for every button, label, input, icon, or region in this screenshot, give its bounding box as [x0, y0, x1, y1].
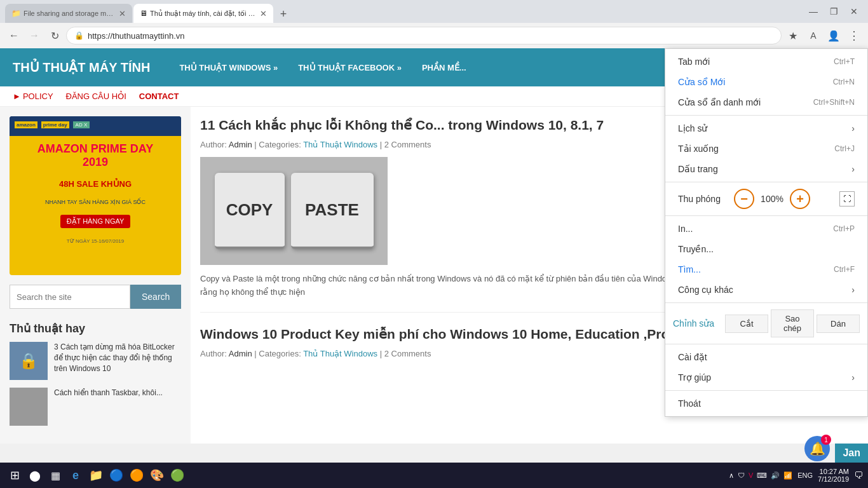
- ctx-chinh-sua-label[interactable]: Chỉnh sửa: [673, 318, 717, 329]
- ctx-dau-trang[interactable]: Dấu trang ›: [665, 159, 867, 179]
- zoom-out-button[interactable]: −: [734, 189, 754, 209]
- minimize-button[interactable]: —: [804, 3, 822, 20]
- window-controls: — ❐ ✕: [804, 3, 863, 20]
- ctx-incognito-label: Cửa sổ ẩn danh mới: [678, 97, 761, 107]
- tray-flag[interactable]: V: [749, 471, 753, 479]
- ctx-tai-xuong[interactable]: Tải xuống Ctrl+J: [665, 139, 867, 159]
- tab-1-title: File sharing and storage made si...: [24, 10, 115, 17]
- subnav-dangcauhoi[interactable]: ĐĂNG CÂU HỎI: [66, 92, 126, 101]
- profile-button[interactable]: 👤: [825, 27, 843, 44]
- ctx-cong-cu-khac[interactable]: Công cụ khác ›: [665, 280, 867, 300]
- address-bar[interactable]: 🔒 https://thuthuatmayttinh.vn: [66, 27, 782, 44]
- article-2-category[interactable]: Thủ Thuật Windows: [303, 349, 377, 358]
- context-menu: Tab mới Ctrl+T Cửa sổ Mới Ctrl+N Cửa sổ …: [665, 48, 868, 417]
- browser-toolbar: ← → ↻ 🔒 https://thuthuatmayttinh.vn ★ A …: [0, 23, 868, 48]
- taskbar-clock: 10:27 AM 7/12/2019: [818, 468, 849, 483]
- search-input[interactable]: [10, 285, 130, 309]
- taskbar-task-view[interactable]: ▦: [46, 466, 65, 485]
- subnav-policy[interactable]: ► POLICY: [13, 92, 53, 101]
- sidebar-post-2-title[interactable]: Cách hiển thanh Taskbar, khôi...: [54, 388, 163, 426]
- bookmark-star-button[interactable]: ★: [784, 27, 802, 44]
- taskbar-edge-icon[interactable]: e: [66, 466, 85, 485]
- tab-2[interactable]: 🖥 Thủ thuật máy tính, cài đặt, tối u... …: [133, 4, 273, 23]
- tray-virus[interactable]: 🛡: [738, 471, 745, 479]
- tab-bar: 📁 File sharing and storage made si... ✕ …: [5, 0, 804, 23]
- taskbar-notification-center[interactable]: 🗨: [854, 470, 863, 480]
- ctx-truyen[interactable]: Truyền...: [665, 239, 867, 259]
- nav-windows[interactable]: THỦ THUẬT WINDOWS »: [169, 48, 288, 86]
- new-tab-button[interactable]: +: [275, 5, 292, 23]
- taskbar-explorer-icon[interactable]: 📁: [86, 466, 105, 485]
- more-menu-button[interactable]: ⋮: [845, 27, 863, 44]
- reload-button[interactable]: ↻: [46, 27, 64, 44]
- ctx-lich-su-arrow: ›: [851, 123, 855, 133]
- ctx-sao-chep-button[interactable]: Sao chép: [771, 309, 814, 337]
- ctx-tro-giup-arrow: ›: [851, 372, 855, 383]
- ctx-cat-button[interactable]: Cắt: [725, 315, 768, 333]
- article-1-comments[interactable]: 2 Comments: [384, 140, 431, 149]
- chrome-labs-button[interactable]: A: [804, 27, 822, 44]
- nav-facebook[interactable]: THỦ THUẬT FACEBOOK »: [288, 48, 412, 86]
- ctx-tai-xuong-label: Tải xuống: [678, 144, 719, 154]
- start-button[interactable]: ⊞: [5, 466, 24, 485]
- taskbar-icon-8[interactable]: 🟢: [168, 466, 187, 485]
- ctx-zoom-label: Thu phóng: [678, 194, 729, 204]
- taskbar-search[interactable]: ⬤: [25, 466, 44, 485]
- tab-1[interactable]: 📁 File sharing and storage made si... ✕: [5, 4, 132, 23]
- notification-bell[interactable]: 🔔 1: [804, 436, 830, 461]
- ctx-tro-giup[interactable]: Trợ giúp ›: [665, 367, 867, 388]
- main-nav: THỦ THUẬT WINDOWS » THỦ THUẬT FACEBOOK »…: [169, 48, 476, 86]
- nav-software[interactable]: PHẦN MỀ...: [412, 48, 477, 86]
- tray-keyboard[interactable]: ⌨: [757, 471, 767, 480]
- ctx-dan-button[interactable]: Dán: [817, 315, 860, 333]
- taskbar-icon-6[interactable]: 🟠: [127, 466, 146, 485]
- search-button[interactable]: Search: [130, 285, 181, 309]
- taskbar: ⊞ ⬤ ▦ e 📁 🔵 🟠 🎨 🟢 ∧ 🛡 V ⌨ 🔊 📶 ENG 10:27 …: [0, 463, 868, 488]
- taskbar-icon-7[interactable]: 🎨: [147, 466, 166, 485]
- ctx-divider-3: [665, 215, 867, 216]
- ctx-divider-5: [665, 344, 867, 344]
- ad-banner: amazon prime day AD X AMAZON PRIME DAY20…: [10, 116, 181, 275]
- sidebar-post-1-title[interactable]: 3 Cách tạm dừng mã hóa BitLocker để thực…: [54, 342, 181, 380]
- tray-arrow[interactable]: ∧: [729, 471, 734, 480]
- tab-2-title: Thủ thuật máy tính, cài đặt, tối u...: [150, 10, 256, 18]
- tab-2-close[interactable]: ✕: [260, 9, 267, 18]
- article-1-image: COPY PASTE: [200, 157, 388, 265]
- ctx-incognito[interactable]: Cửa sổ ẩn danh mới Ctrl+Shift+N: [665, 92, 867, 112]
- zoom-in-button[interactable]: +: [790, 189, 810, 209]
- ctx-dau-trang-label: Dấu trang: [678, 164, 718, 174]
- ctx-tim-shortcut: Ctrl+F: [834, 265, 855, 274]
- back-button[interactable]: ←: [5, 27, 23, 44]
- notification-count: 1: [821, 435, 831, 445]
- ctx-tim[interactable]: Tìm... Ctrl+F: [665, 259, 867, 280]
- article-2-comments[interactable]: 2 Comments: [384, 349, 431, 358]
- ctx-lich-su[interactable]: Lịch sử ›: [665, 118, 867, 139]
- ctx-thoat[interactable]: Thoát: [665, 393, 867, 414]
- tray-network[interactable]: 📶: [783, 471, 792, 480]
- tab-1-close[interactable]: ✕: [119, 9, 126, 18]
- ctx-thoat-label: Thoát: [678, 398, 701, 409]
- ctx-cua-so-moi[interactable]: Cửa sổ Mới Ctrl+N: [665, 72, 867, 92]
- ctx-tai-xuong-shortcut: Ctrl+J: [834, 144, 855, 153]
- ctx-truyen-label: Truyền...: [678, 244, 714, 254]
- ctx-tab-moi-shortcut: Ctrl+T: [834, 57, 855, 66]
- taskbar-lang[interactable]: ENG: [797, 471, 813, 479]
- tray-volume[interactable]: 🔊: [771, 471, 780, 480]
- policy-arrow-icon: ►: [13, 92, 21, 101]
- close-window-button[interactable]: ✕: [845, 3, 863, 20]
- browser-chrome: 📁 File sharing and storage made si... ✕ …: [0, 0, 868, 48]
- ctx-in[interactable]: In... Ctrl+P: [665, 219, 867, 239]
- site-logo: THỦ THUẬT MÁY TÍNH: [13, 60, 150, 75]
- ctx-cai-dat[interactable]: Cài đặt: [665, 347, 867, 367]
- forward-button[interactable]: →: [25, 27, 43, 44]
- taskbar-time: 10:27 AM: [818, 468, 849, 475]
- taskbar-date: 7/12/2019: [818, 475, 849, 483]
- ctx-tab-moi[interactable]: Tab mới Ctrl+T: [665, 51, 867, 72]
- taskbar-chrome-icon[interactable]: 🔵: [107, 466, 126, 485]
- lock-icon: 🔒: [74, 31, 84, 40]
- maximize-button[interactable]: ❐: [825, 3, 843, 20]
- zoom-fullscreen-button[interactable]: ⛶: [839, 191, 855, 207]
- article-1-category[interactable]: Thủ Thuật Windows: [303, 140, 377, 149]
- sidebar-post-1: 🔒 3 Cách tạm dừng mã hóa BitLocker để th…: [10, 342, 181, 380]
- subnav-contact[interactable]: CONTACT: [139, 92, 179, 101]
